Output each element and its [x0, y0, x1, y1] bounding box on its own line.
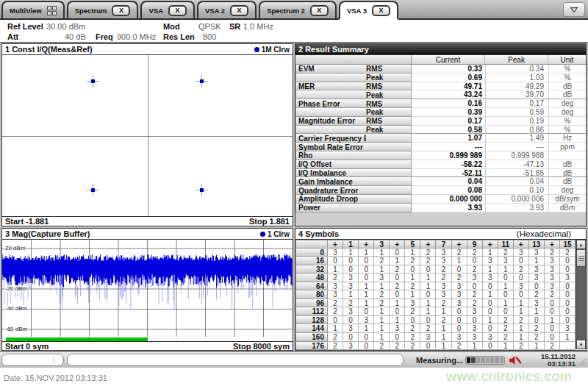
symbols-row-label[interactable]: 128: [295, 316, 328, 325]
symbol-cell: 0: [343, 333, 359, 342]
symbols-scrollbar[interactable]: ▲ ▼: [576, 240, 586, 349]
symbol-cell: 0: [452, 265, 467, 274]
tab-close-button[interactable]: X: [372, 5, 390, 16]
resize-grip-icon[interactable]: [578, 358, 587, 366]
result-peak-value: -51.85: [485, 169, 548, 178]
res-len-label: Res Len: [163, 32, 195, 41]
result-summary-table-body: EVMRMS0.330.34%Peak0.691.03%MERRMS49.714…: [295, 65, 586, 212]
multiview-grid-icon: [47, 6, 57, 15]
capture-trace: [2, 254, 292, 287]
tab-close-button[interactable]: X: [310, 5, 329, 16]
symbols-row-label[interactable]: 16: [295, 257, 328, 265]
tab-overflow-button[interactable]: [563, 2, 585, 17]
result-peak-value: 0.10: [485, 186, 548, 195]
symbols-col-header: +: [545, 240, 560, 249]
symbol-cell: 1: [436, 324, 451, 333]
symbol-cell: 1: [529, 307, 545, 316]
att-value[interactable]: 40 dB: [65, 32, 86, 41]
symbol-cell: 3: [343, 274, 359, 282]
capture-window-header[interactable]: 3 Mag(Capture Buffer) 1 Clrw: [2, 229, 293, 240]
mod-value[interactable]: QPSK: [198, 22, 221, 31]
symbols-row-label[interactable]: 80: [295, 290, 328, 299]
result-param-name: Rho: [298, 151, 366, 160]
result-summary-table: Current Peak Unit EVMRMS0.330.34%Peak0.6…: [295, 55, 586, 212]
watermark-text: www.cntronics.com: [446, 368, 572, 385]
result-row-label: EVMRMS: [295, 65, 412, 74]
scrollbar-thumb[interactable]: [576, 249, 586, 267]
res-len-value[interactable]: 800: [203, 32, 216, 41]
result-peak-value: 0.59: [485, 108, 548, 117]
symbols-window-header[interactable]: 4 Symbols (Hexadecimal): [295, 229, 586, 240]
tab-label: VSA 2: [205, 7, 225, 15]
tab-close-button[interactable]: X: [230, 5, 248, 16]
symbol-cell: 2: [328, 342, 343, 351]
symbols-row-label[interactable]: 0: [295, 249, 328, 257]
ref-level-value[interactable]: 30.00 dBm: [46, 22, 85, 31]
progress-segment: [467, 357, 470, 363]
point-dot: [200, 188, 204, 192]
symbols-row-label[interactable]: 112: [295, 307, 328, 316]
result-peak-value: ---: [485, 143, 548, 151]
status-field-small[interactable]: [1, 354, 64, 366]
symbol-cell: 1: [483, 265, 498, 274]
symbols-row-label[interactable]: 48: [295, 274, 328, 282]
result-param-sub: Peak: [366, 91, 383, 99]
tab-multiview[interactable]: MultiView: [1, 1, 65, 18]
const-window-footer: Start -1.881 Stop 1.881: [2, 216, 293, 226]
symbol-cell: 3: [545, 265, 560, 274]
scrollbar-track[interactable]: [576, 267, 586, 340]
symbols-row-label[interactable]: 160: [295, 333, 328, 342]
status-field-wide[interactable]: [67, 354, 404, 366]
tab-spectrum-2[interactable]: Spectrum 2X: [259, 1, 337, 18]
symbols-row: 482303011223300333: [295, 274, 576, 282]
symbol-cell: 3: [483, 257, 498, 265]
result-row-label: MERRMS: [295, 82, 412, 91]
symbols-row-label[interactable]: 96: [295, 299, 328, 308]
progress-segment: [476, 357, 480, 363]
result-current-value: 0.000 000: [412, 195, 485, 204]
symbol-cell: 3: [328, 249, 343, 257]
symbols-row-label[interactable]: 176: [295, 342, 328, 351]
tab-label: VSA: [148, 7, 163, 15]
tab-vsa-3[interactable]: VSA 3X: [339, 1, 398, 20]
symbols-row-label[interactable]: 144: [295, 324, 328, 333]
tab-vsa[interactable]: VSAX: [140, 1, 195, 18]
result-param-name: Gain Imbalance: [298, 178, 366, 186]
symbol-cell: 3: [359, 316, 374, 325]
scroll-down-icon[interactable]: ▼: [576, 340, 586, 349]
capture-stop-label: Stop 8000 sym: [233, 342, 290, 351]
symbol-cell: 2: [390, 342, 405, 351]
symbol-cell: 0: [359, 307, 374, 316]
symbol-cell: 1: [560, 333, 576, 342]
status-bar: Measuring... 15.11.2012 03:13:31: [0, 351, 588, 368]
freq-value[interactable]: 900.0 MHz: [117, 32, 156, 41]
symbols-row-label[interactable]: 32: [295, 265, 328, 274]
symbol-cell: 0: [560, 316, 576, 325]
symbols-format-label: (Hexadecimal): [517, 229, 583, 238]
tab-label: Spectrum 2: [267, 7, 305, 15]
tab-close-button[interactable]: X: [112, 5, 130, 16]
symbols-row: 03111012322123322: [295, 249, 576, 257]
symbols-row: 803112010332100220: [295, 290, 576, 299]
symbol-cell: 3: [560, 324, 576, 333]
result-summary-header[interactable]: 2 Result Summary: [295, 44, 586, 55]
symbols-col-header: 9: [467, 240, 483, 249]
sr-value[interactable]: 1.0 MHz: [243, 22, 273, 31]
symbol-cell: 0: [390, 290, 405, 299]
scroll-up-icon[interactable]: ▲: [576, 240, 586, 249]
tab-vsa-2[interactable]: VSA 2X: [197, 1, 257, 18]
tab-spectrum[interactable]: SpectrumX: [67, 1, 139, 18]
tab-close-button[interactable]: X: [168, 5, 187, 16]
symbol-cell: 2: [545, 342, 560, 351]
const-window-header[interactable]: 1 Const I/Q(Meas&Ref) 1M Clrw: [2, 44, 293, 55]
symbol-cell: 3: [560, 274, 576, 282]
result-row: I/Q Offset-58.22-47.13dB: [295, 160, 586, 169]
symbol-cell: 2: [529, 324, 545, 333]
symbol-cell: 2: [498, 324, 514, 333]
symbols-row: 1122301021103001100: [295, 307, 576, 316]
result-param-sub: Peak: [366, 108, 383, 116]
symbol-cell: 0: [328, 257, 343, 265]
result-current-value: 0.999 989: [412, 151, 485, 160]
symbol-cell: 3: [545, 257, 560, 265]
symbols-row-label[interactable]: 64: [295, 282, 328, 291]
